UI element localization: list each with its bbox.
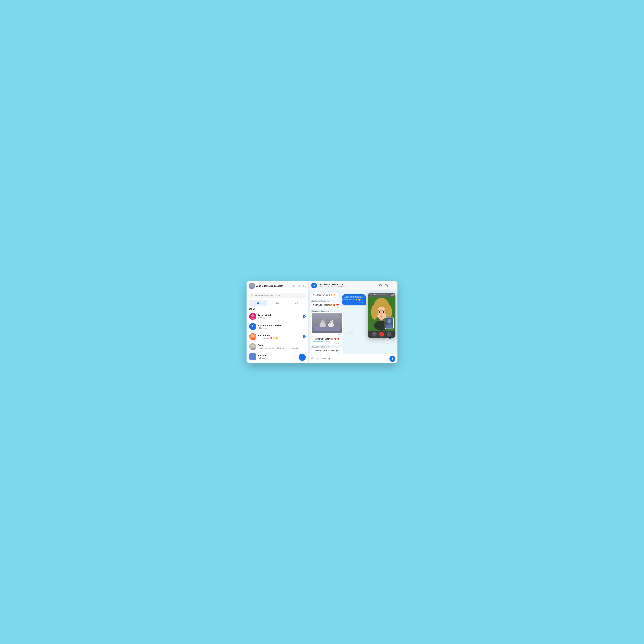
video-toggle-button[interactable]: 📹 [387,332,391,337]
scroll-down-button[interactable]: 2 [385,338,391,343]
list-item[interactable]: 😟 Conspiracy Theories The internet is fi… [247,362,308,363]
svg-marker-40 [381,285,382,286]
message-text: The white cat is very energetic [313,350,340,352]
list-item[interactable]: Ömer Usually you won't be able to close … [247,342,308,352]
avatar [249,313,256,320]
message-input[interactable] [316,358,388,360]
svg-point-44 [393,286,393,286]
image-expand-icon[interactable] [339,314,341,316]
video-call-name: Alaa Eddine - muted call [369,294,386,296]
main-chat: ♡ ↗ 🔒 ♡ ✦ ↺ ♡ ↗ ✦ # ♡ ✈ ↻ ♡ ↙ ✦ hello! ✉… [309,281,397,363]
unread-badge: 3 [303,335,306,338]
message-time: 02:46 [313,297,336,298]
svg-point-55 [330,321,333,324]
message-text: They're waiting for you ❤️ ❤️ [313,338,340,340]
avatar [249,343,256,350]
chat-info: Ömer Usually you won't be able to close … [258,344,304,349]
chat-preview: I'll be there [258,327,304,329]
svg-point-6 [296,302,297,303]
app-window: Alaa Eddine Boubekeur [247,281,397,363]
message-sender: Alaa Eddine Boubekeur [311,346,329,348]
message-sender: Alaa Eddine Boubekeur [311,310,329,312]
add-icon: + [301,355,303,360]
list-item[interactable]: Alexa Smith see you soon ❤️ ✨ 🎉 3 [247,332,308,342]
chat-header-avatar: A [311,283,317,288]
svg-point-49 [321,320,325,324]
svg-point-58 [330,322,331,323]
message-bubble: The white cat is very energetic 02:48 [311,348,342,354]
more-options-button[interactable] [391,284,395,287]
message-time: 02:47 [313,342,340,344]
bubble-sender: Alaa Eddine Boubekeur [344,296,363,298]
search-input[interactable] [255,294,304,297]
svg-point-75 [388,320,389,321]
end-call-button[interactable]: 📞 [379,332,384,337]
svg-point-67 [379,311,380,313]
chat-header: A Alaa Eddine Boubekeur Seen at Fri, 21 … [309,281,397,290]
list-item[interactable]: A Alaa Eddine Boubekeur I'll be there [247,321,308,332]
svg-point-4 [252,294,253,296]
svg-point-53 [323,321,324,322]
chat-info: Alexa Smith see you soon ❤️ ✨ 🎉 [258,334,301,339]
video-call-button[interactable] [379,284,383,287]
message-bubble: Yes I'm down for it 🔥 🔥 02:46 [311,292,338,300]
message-text: Yes I'm down for it 🔥 🔥 [313,294,336,296]
chat-preview: see you soon ❤️ ✨ 🎉 [258,337,301,339]
phone-call-button[interactable] [385,284,389,287]
chat-meta: 3 [303,335,306,338]
avatar-letter: A [252,325,254,328]
delete-button[interactable] [293,284,296,288]
mute-button[interactable]: 🎤 [372,332,377,337]
svg-point-14 [251,344,254,347]
user-avatar[interactable] [249,283,255,289]
message-time: 02:46 [313,306,339,308]
chat-header-status: Seen at Fri, 21 Jun 2024 20:49:17 GMT [319,286,377,288]
svg-point-42 [393,284,393,285]
bubble-dot [341,299,343,301]
download-button[interactable] [298,284,301,288]
unread-badge: 6 [303,315,306,318]
tab-groups[interactable] [287,300,306,306]
video-call-main [368,297,395,331]
header-avatar-letter: A [313,284,315,287]
tab-chat[interactable] [268,300,287,306]
chat-header-actions [379,284,395,287]
chat-name: ES zoom [258,354,304,357]
audio-bar [313,341,340,342]
message-sender: Alaa Eddine Boubekeur [311,300,329,302]
export-button[interactable] [303,284,306,288]
svg-point-59 [332,322,332,323]
chat-info: Alaa Eddine Boubekeur I'll be there [258,324,304,329]
svg-point-8 [251,314,254,317]
svg-point-65 [371,305,378,320]
message-row: Alaa Eddine Boubekeur The white cat is v… [311,346,395,354]
sidebar-header-icons [293,284,306,288]
chat-header-info: Alaa Eddine Boubekeur Seen at Fri, 21 Ju… [319,283,377,288]
attach-button[interactable] [311,357,314,361]
svg-point-1 [251,284,253,286]
sidebar-username: Alaa Eddine Boubekeur [256,285,291,287]
nav-tabs [247,300,308,307]
mic-button[interactable] [389,356,395,362]
audio-waveform [313,341,330,342]
add-chat-button[interactable]: + [299,354,306,361]
tab-home[interactable] [249,300,267,306]
avatar: ES [249,353,256,360]
svg-point-11 [251,334,254,337]
chat-meta: 6 [303,315,306,318]
avatar: A [249,323,256,330]
sidebar-bottom-area: Tyson Wood 00:06 6 A [247,311,308,363]
chat-preview: 00:06 [258,317,301,319]
message-bubble: See ya good night 🥰 😍 ❤️ 02:46 [311,302,341,309]
video-call-overlay: Alaa Eddine - muted call [368,293,395,338]
message-bubble-image: 02:47 [311,312,343,336]
chat-input-bar [309,354,397,363]
search-bar[interactable] [249,293,306,298]
chat-preview: Usually you won't be able to close the c… [258,347,304,349]
svg-point-76 [390,320,390,321]
message-image [312,313,342,333]
video-call-controls: 🎤 📞 📹 [368,331,395,338]
list-item[interactable]: Tyson Wood 00:06 6 [247,311,308,321]
svg-rect-61 [391,294,393,296]
svg-point-74 [386,324,393,329]
